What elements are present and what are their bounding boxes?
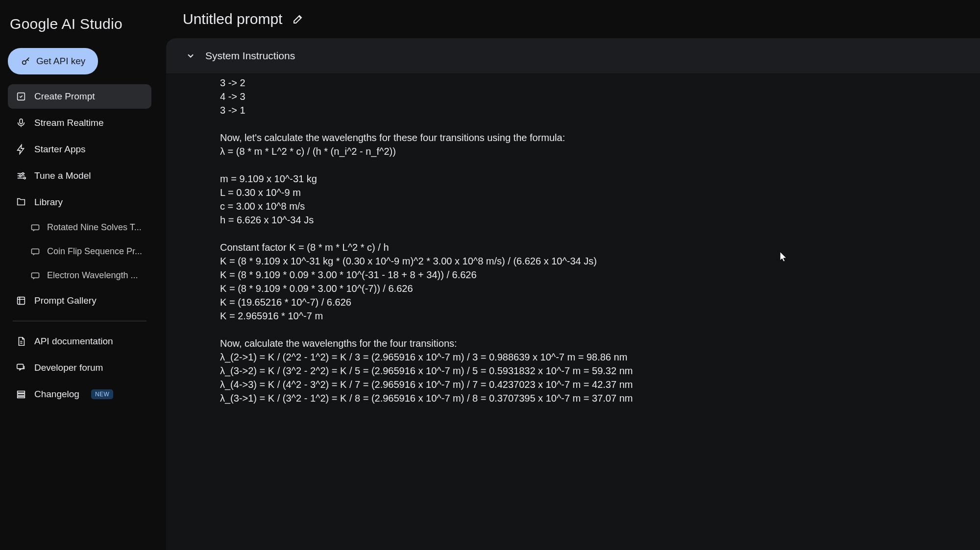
sidebar-item-starter-apps[interactable]: Starter Apps (8, 137, 151, 162)
system-instructions-label: System Instructions (205, 50, 295, 62)
chevron-down-icon[interactable] (186, 51, 196, 61)
content-area: System Instructions 3 -> 2 4 -> 3 3 -> 1… (166, 38, 980, 550)
model-output-text: 3 -> 2 4 -> 3 3 -> 1 Now, let's calculat… (166, 74, 695, 420)
header: Untitled prompt (159, 0, 980, 38)
gallery-icon (16, 295, 26, 306)
library-item-rotated-nine[interactable]: Rotated Nine Solves T... (8, 216, 151, 239)
bolt-icon (16, 144, 26, 155)
edit-title-button[interactable] (292, 13, 304, 25)
sidebar-divider (13, 321, 147, 321)
get-api-key-button[interactable]: Get API key (8, 48, 98, 74)
prompt-title: Untitled prompt (183, 11, 282, 27)
library-item-label: Rotated Nine Solves T... (47, 222, 142, 233)
sidebar-item-label: Library (34, 197, 63, 208)
svg-rect-12 (18, 394, 25, 396)
sidebar-item-label: Stream Realtime (34, 118, 104, 128)
edit-square-icon (16, 91, 26, 102)
message-icon (30, 247, 40, 257)
sidebar-item-label: Developer forum (34, 362, 103, 373)
document-icon (16, 336, 26, 347)
svg-rect-11 (18, 391, 25, 393)
svg-point-4 (19, 175, 21, 177)
sidebar-item-stream-realtime[interactable]: Stream Realtime (8, 111, 151, 135)
mic-icon (16, 118, 26, 128)
sidebar-item-label: Prompt Gallery (34, 295, 97, 306)
library-item-electron[interactable]: Electron Wavelength ... (8, 264, 151, 287)
sidebar-item-label: API documentation (34, 336, 113, 347)
message-icon (30, 271, 40, 281)
library-item-label: Electron Wavelength ... (47, 270, 138, 281)
new-badge: NEW (91, 389, 114, 399)
sidebar-item-developer-forum[interactable]: Developer forum (8, 356, 151, 380)
svg-rect-6 (32, 225, 39, 230)
api-key-label: Get API key (36, 56, 85, 67)
sidebar-item-library[interactable]: Library (8, 190, 151, 215)
sidebar-item-label: Tune a Model (34, 170, 91, 181)
svg-point-3 (22, 173, 24, 175)
svg-point-5 (24, 177, 26, 179)
svg-rect-10 (17, 364, 24, 369)
library-item-coin-flip[interactable]: Coin Flip Sequence Pr... (8, 240, 151, 263)
svg-rect-2 (20, 119, 23, 124)
app-logo: Google AI Studio (8, 10, 151, 46)
svg-rect-13 (18, 397, 25, 398)
system-instructions-bar[interactable]: System Instructions (166, 38, 980, 74)
library-icon (16, 197, 26, 208)
sidebar-item-label: Changelog (34, 389, 79, 400)
svg-rect-9 (18, 297, 25, 305)
svg-rect-7 (32, 249, 39, 254)
changelog-icon (16, 389, 26, 400)
message-icon (30, 223, 40, 233)
sidebar-item-create-prompt[interactable]: Create Prompt (8, 84, 151, 109)
forum-icon (16, 362, 26, 373)
key-icon (21, 56, 31, 67)
sidebar-item-prompt-gallery[interactable]: Prompt Gallery (8, 288, 151, 313)
sidebar-item-api-docs[interactable]: API documentation (8, 329, 151, 354)
main-content: Untitled prompt System Instructions 3 ->… (159, 0, 980, 550)
sidebar-item-tune-model[interactable]: Tune a Model (8, 164, 151, 188)
sidebar-item-label: Starter Apps (34, 144, 86, 155)
sidebar-item-changelog[interactable]: Changelog NEW (8, 382, 151, 407)
svg-rect-8 (32, 273, 39, 278)
sidebar: Google AI Studio Get API key Create Prom… (0, 0, 159, 550)
library-item-label: Coin Flip Sequence Pr... (47, 246, 142, 257)
tune-icon (16, 170, 26, 181)
sidebar-item-label: Create Prompt (34, 91, 95, 102)
